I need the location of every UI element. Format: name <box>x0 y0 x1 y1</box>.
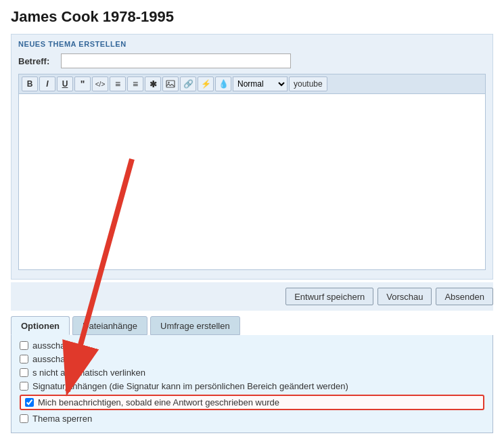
option-label-5: Mich benachrichtigen, sobald eine Antwor… <box>38 397 279 407</box>
special-button[interactable]: ✱ <box>145 76 161 91</box>
option-checkbox-1[interactable] <box>20 341 28 350</box>
option-label-6: Thema sperren <box>32 414 92 424</box>
underline-button[interactable]: U <box>57 76 73 91</box>
option-row-6: Thema sperren <box>20 414 484 424</box>
page-title: James Cook 1978-1995 <box>11 8 493 26</box>
option-label-4: Signatur anhängen (die Signatur kann im … <box>32 381 348 391</box>
tab-optionen[interactable]: Optionen <box>11 316 70 335</box>
option-label-1: ausschalten <box>32 340 79 351</box>
option-row-5: Mich benachrichtigen, sobald eine Antwor… <box>20 395 484 410</box>
flash-button[interactable]: ⚡ <box>198 76 214 91</box>
option-row-1: ausschalten <box>20 340 484 351</box>
youtube-button[interactable]: youtube <box>289 76 327 91</box>
option-checkbox-2[interactable] <box>20 355 28 363</box>
betreff-input[interactable] <box>61 53 291 68</box>
code-button[interactable]: </> <box>92 76 108 91</box>
ordered-list-button[interactable]: ≡ <box>127 76 143 91</box>
draft-button[interactable]: Entwurf speichern <box>285 288 373 305</box>
option-row-2: ausschalten <box>20 354 484 364</box>
option-checkbox-3[interactable] <box>20 368 28 377</box>
option-label-3: s nicht automatisch verlinken <box>32 368 145 378</box>
unordered-list-button[interactable]: ≡ <box>110 76 126 91</box>
option-checkbox-5[interactable] <box>25 398 34 407</box>
betreff-row: Betreff: <box>18 53 486 68</box>
option-row-4: Signatur anhängen (die Signatur kann im … <box>20 381 484 391</box>
editor-toolbar: B I U " </> ≡ ≡ ✱ 🔗 ⚡ 💧 Normal Heading 1… <box>18 74 486 94</box>
action-row: Entwurf speichern Vorschau Absenden <box>11 282 493 311</box>
format-select[interactable]: Normal Heading 1 Heading 2 Heading 3 <box>233 76 288 91</box>
section-header: NEUES THEMA ERSTELLEN <box>18 40 486 48</box>
quote-button[interactable]: " <box>74 76 91 91</box>
form-section: NEUES THEMA ERSTELLEN Betreff: B I U " <… <box>11 34 493 280</box>
options-panel: ausschalten ausschalten s nicht automati… <box>11 335 493 433</box>
svg-point-1 <box>168 82 169 83</box>
option-row-3: s nicht automatisch verlinken <box>20 368 484 378</box>
editor-textarea[interactable] <box>18 94 486 270</box>
tab-umfrage[interactable]: Umfrage erstellen <box>150 316 240 335</box>
link-button[interactable]: 🔗 <box>180 76 196 91</box>
color-button[interactable]: 💧 <box>215 76 231 91</box>
preview-button[interactable]: Vorschau <box>377 288 432 305</box>
tabs-row: Optionen Dateianhänge Umfrage erstellen <box>11 316 493 335</box>
betreff-label: Betreff: <box>18 56 55 66</box>
image-button[interactable] <box>162 76 179 91</box>
italic-button[interactable]: I <box>39 76 55 91</box>
bold-button[interactable]: B <box>22 76 38 91</box>
option-checkbox-6[interactable] <box>20 414 28 423</box>
tab-dateihanges[interactable]: Dateianhänge <box>72 316 147 335</box>
option-checkbox-4[interactable] <box>20 382 28 391</box>
submit-button[interactable]: Absenden <box>436 288 493 305</box>
option-label-2: ausschalten <box>32 354 79 364</box>
svg-rect-0 <box>166 81 175 87</box>
